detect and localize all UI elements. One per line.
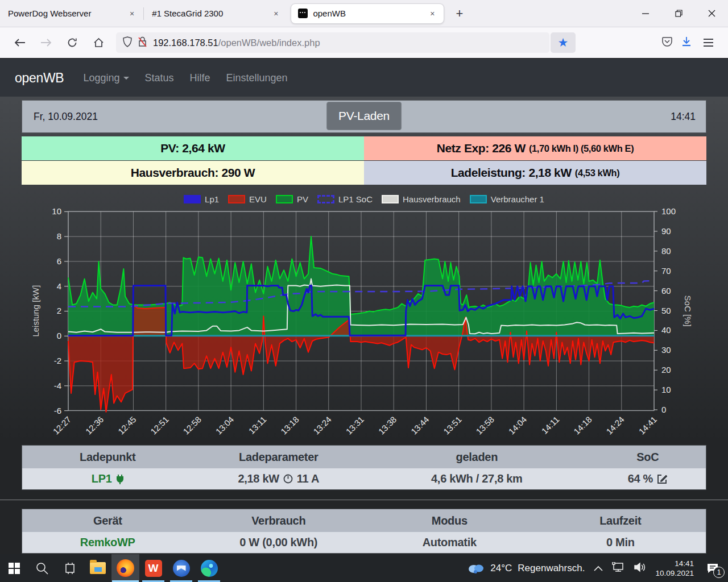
tab-openwb[interactable]: openWB ×	[287, 0, 448, 27]
chart-canvas: 12:2712:3612:4512:5112:5813:0413:1113:18…	[22, 188, 706, 442]
bookmark-star-icon[interactable]: ★	[558, 36, 569, 49]
legend-item: Hausverbrauch	[382, 194, 461, 204]
charge-mode-button[interactable]: PV-Laden	[326, 102, 402, 130]
svg-text:14:18: 14:18	[572, 414, 594, 436]
shield-icon[interactable]	[123, 36, 132, 49]
current-time: 14:41	[671, 111, 706, 123]
svg-text:8: 8	[57, 231, 61, 241]
tab-powerdog[interactable]: PowerDog Webserver ×	[0, 0, 143, 27]
action-center-icon[interactable]: 1	[703, 559, 722, 578]
taskbar-clock[interactable]: 14:41 10.09.2021	[655, 559, 694, 578]
svg-text:90: 90	[661, 226, 671, 236]
col-laufzeit: Laufzeit	[535, 509, 706, 532]
tab-title: openWB	[313, 9, 421, 18]
col-ladepunkt: Ladepunkt	[22, 446, 193, 468]
tab-close-icon[interactable]: ×	[126, 8, 138, 19]
task-view-icon[interactable]	[56, 554, 84, 582]
nav-einstellungen[interactable]: Einstellungen	[226, 72, 288, 84]
new-tab-button[interactable]: +	[448, 4, 471, 23]
svg-text:10: 10	[52, 206, 61, 216]
power-chart: Lp1EVUPVLP1 SoCHausverbrauchVerbraucher …	[22, 188, 706, 442]
url-host: 192.168.178.51	[153, 38, 218, 48]
url-text[interactable]: 192.168.178.51/openWB/web/index.php	[153, 38, 320, 48]
nav-hilfe[interactable]: Hilfe	[190, 72, 210, 84]
tab-title: #1 StecaGrid 2300	[152, 9, 266, 18]
back-icon[interactable]	[10, 32, 30, 53]
legend-item: PV	[276, 194, 308, 204]
tab-stecagrid[interactable]: #1 StecaGrid 2300 ×	[144, 0, 287, 27]
svg-text:70: 70	[661, 266, 671, 276]
file-explorer-icon[interactable]	[84, 554, 111, 582]
svg-text:Leistung [kW]: Leistung [kW]	[31, 285, 40, 337]
soc-value: 64 %	[590, 468, 706, 489]
download-icon[interactable]	[681, 36, 692, 49]
taskbar-date: 10.09.2021	[655, 568, 694, 578]
bookmark-star-pill[interactable]: ★	[551, 32, 576, 53]
volume-icon[interactable]	[634, 562, 646, 575]
clock-icon	[283, 474, 293, 484]
nav-logging[interactable]: Logging	[83, 72, 129, 84]
weather-temp: 24°C	[490, 563, 512, 574]
lock-disabled-icon[interactable]	[138, 36, 147, 49]
svg-text:13:38: 13:38	[377, 414, 399, 436]
screen: PowerDog Webserver × #1 StecaGrid 2300 ×…	[0, 0, 728, 582]
menu-icon[interactable]	[700, 35, 717, 50]
word-taskbar-icon[interactable]: W	[139, 554, 167, 582]
tray-chevron-icon[interactable]	[594, 563, 603, 573]
url-bar[interactable]: 192.168.178.51/openWB/web/index.php	[116, 32, 549, 53]
svg-text:12:51: 12:51	[148, 414, 171, 436]
svg-text:12:36: 12:36	[84, 414, 106, 436]
svg-text:-4: -4	[54, 381, 61, 390]
svg-text:12:45: 12:45	[116, 414, 138, 436]
nav-status[interactable]: Status	[145, 72, 174, 84]
ladepunkt-table: Ladepunkt Ladeparameter geladen SoC LP1 …	[22, 445, 706, 490]
taskbar-time: 14:41	[655, 559, 694, 568]
edit-soc-icon[interactable]	[657, 473, 668, 484]
ladeleistung-tile: Ladeleistung: 2,18 kW (4,53 kWh)	[364, 161, 706, 185]
hausverbrauch-tile: Hausverbrauch: 290 W	[22, 161, 364, 185]
col-modus: Modus	[364, 509, 535, 532]
tab-close-icon[interactable]: ×	[427, 8, 438, 19]
network-icon[interactable]	[612, 562, 624, 575]
svg-text:-6: -6	[54, 406, 61, 415]
forward-icon[interactable]	[36, 32, 56, 53]
svg-text:12:58: 12:58	[181, 414, 203, 436]
netz-value: Netz Exp: 226 W	[437, 142, 526, 155]
minimize-button[interactable]	[629, 0, 662, 27]
chart-legend: Lp1EVUPVLP1 SoCHausverbrauchVerbraucher …	[22, 194, 706, 204]
weather-text: Regenwahrsch.	[518, 563, 585, 574]
legend-swatch	[382, 195, 399, 203]
openwb-navbar: openWB Logging Status Hilfe Einstellunge…	[0, 59, 728, 97]
device-name[interactable]: RemkoWP	[22, 532, 193, 553]
edge-taskbar-icon[interactable]	[195, 554, 223, 582]
ladeleistung-energy: (4,53 kWh)	[575, 168, 620, 178]
svg-text:13:18: 13:18	[279, 414, 301, 436]
home-icon[interactable]	[88, 32, 109, 53]
restore-button[interactable]	[662, 0, 695, 27]
status-tiles: PV: 2,64 kW Netz Exp: 226 W (1,70 kWh I)…	[22, 136, 706, 185]
legend-swatch	[228, 195, 245, 203]
weather-widget[interactable]: 24°C Regenwahrsch.	[468, 562, 585, 575]
col-geladen: geladen	[364, 446, 590, 468]
svg-text:13:44: 13:44	[409, 414, 431, 436]
svg-text:13:31: 13:31	[344, 414, 366, 436]
start-button[interactable]	[0, 554, 28, 582]
thunderbird-taskbar-icon[interactable]	[167, 554, 195, 582]
geraet-table: Gerät Verbrauch Modus Laufzeit RemkoWP 0…	[22, 509, 706, 554]
netz-tile: Netz Exp: 226 W (1,70 kWh I) (5,60 kWh E…	[364, 136, 706, 160]
svg-text:13:51: 13:51	[441, 414, 464, 436]
reload-icon[interactable]	[62, 32, 82, 53]
table-row: LP1 2,18 kW 11 A 4,6 kWh / 27,8 km 64 %	[22, 468, 706, 489]
col-soc: SoC	[590, 446, 706, 468]
openwb-brand[interactable]: openWB	[15, 70, 64, 86]
firefox-taskbar-icon[interactable]	[111, 554, 139, 582]
pv-value: PV: 2,64 kW	[160, 142, 225, 155]
close-window-button[interactable]	[695, 0, 728, 27]
tab-close-icon[interactable]: ×	[270, 8, 282, 19]
legend-swatch	[276, 195, 293, 203]
svg-text:40: 40	[661, 325, 671, 335]
table-row: RemkoWP 0 W (0,00 kWh) Automatik 0 Min	[22, 532, 706, 553]
svg-text:13:24: 13:24	[311, 414, 333, 436]
pocket-icon[interactable]	[661, 36, 673, 49]
search-icon[interactable]	[28, 554, 56, 582]
